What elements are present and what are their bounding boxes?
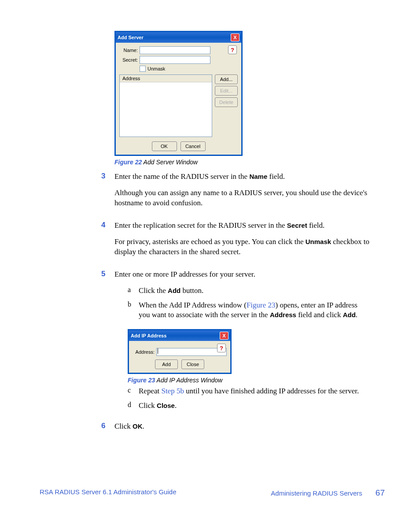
titlebar: Add IP Address X (129, 330, 230, 341)
step-3-number: 3 (101, 172, 114, 215)
step-5a-label: a (128, 286, 139, 296)
step-5-number: 5 (101, 270, 114, 416)
add-ip-address-window: Add IP Address X ? Address: Add Close (128, 329, 232, 374)
step-5c-label: c (128, 386, 139, 396)
add-button[interactable]: Add... (215, 74, 238, 84)
figure-23-link[interactable]: Figure 23 (247, 301, 276, 309)
footer-left: RSA RADIUS Server 6.1 Administrator's Gu… (40, 488, 176, 498)
name-label: Name: (119, 48, 140, 53)
figure-23-caption: Figure 23 Add IP Address Window (128, 377, 369, 384)
secret-field[interactable] (140, 56, 210, 64)
step-4-number: 4 (101, 221, 114, 263)
titlebar: Add Server X (116, 32, 241, 43)
name-field[interactable] (140, 46, 210, 54)
step-5b-text: When the Add IP Address window (Figure 2… (139, 300, 369, 321)
close-icon[interactable]: X (231, 33, 239, 41)
address-label: Address: (133, 349, 156, 355)
step-5c-text: Repeat Step 5b until you have finished a… (139, 386, 369, 396)
page-number: 67 (376, 488, 385, 498)
step-5d-label: d (128, 401, 139, 411)
close-button[interactable]: Close (181, 359, 204, 369)
help-icon[interactable]: ? (217, 344, 226, 352)
delete-button[interactable]: Delete (215, 97, 238, 107)
step-5d-text: Click Close. (139, 401, 369, 411)
step-6-number: 6 (101, 422, 114, 438)
step-5a-text: Click the Add button. (139, 286, 369, 296)
step-4-text: Enter the replication secret for the RAD… (114, 221, 369, 231)
add-button[interactable]: Add (155, 359, 178, 369)
ok-button[interactable]: OK (152, 141, 177, 151)
secret-label: Secret: (119, 57, 140, 63)
figure-22-caption: Figure 22 Add Server Window (114, 159, 369, 166)
unmask-label: Unmask (147, 66, 165, 71)
step-5b-label: b (128, 300, 139, 321)
window-title: Add Server (118, 35, 144, 40)
address-list[interactable]: Address (119, 74, 212, 137)
edit-button[interactable]: Edit... (215, 86, 238, 96)
step-4-para2: For privacy, asterisks are echoed as you… (114, 237, 369, 257)
step-3-text: Enter the name of the RADIUS server in t… (114, 172, 369, 182)
step-5b-link[interactable]: Step 5b (161, 387, 184, 395)
cancel-button[interactable]: Cancel (181, 141, 206, 151)
step-5-text: Enter one or more IP addresses for your … (114, 270, 369, 280)
help-icon[interactable]: ? (228, 45, 237, 54)
unmask-checkbox[interactable] (140, 66, 146, 72)
address-field[interactable] (156, 348, 227, 356)
step-6-text: Click OK. (114, 422, 369, 432)
address-header: Address (120, 75, 212, 82)
step-3-para2: Although you can assign any name to a RA… (114, 188, 369, 208)
page-footer: RSA RADIUS Server 6.1 Administrator's Gu… (40, 488, 385, 498)
footer-right: Administering RADIUS Servers (271, 489, 362, 497)
add-server-window: Add Server X ? Name: Secret: Unmask Addr… (114, 31, 243, 156)
close-icon[interactable]: X (220, 332, 228, 340)
window-title: Add IP Address (131, 333, 166, 338)
